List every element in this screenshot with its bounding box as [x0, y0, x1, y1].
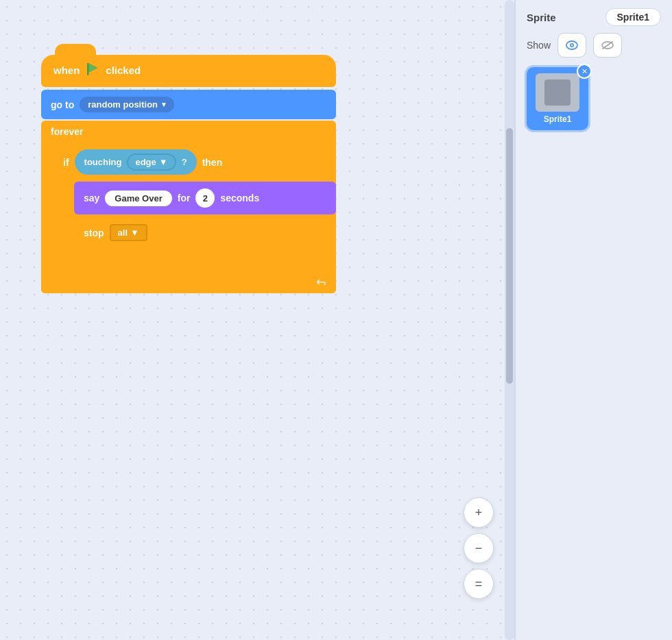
edge-dropdown[interactable]: edge ▼ — [127, 153, 176, 171]
seconds-label: seconds — [220, 193, 259, 204]
svg-point-4 — [571, 45, 573, 46]
zoom-fit-button[interactable]: = — [464, 569, 494, 599]
say-text-input[interactable]: Game Over — [105, 190, 171, 206]
show-row: Show — [524, 33, 664, 58]
svg-marker-0 — [88, 63, 97, 73]
forever-footer: ↩ — [41, 274, 336, 293]
sprite-card-name: Sprite1 — [544, 114, 572, 124]
forever-header: forever — [41, 121, 336, 141]
right-sidebar: Sprite Sprite1 Show ✕ Sprit — [514, 0, 672, 640]
sprite-label: Sprite — [527, 12, 556, 23]
sprite-card-sprite1[interactable]: ✕ Sprite1 — [527, 67, 588, 130]
goto-label: go to — [51, 99, 74, 110]
show-visible-button[interactable] — [557, 33, 586, 58]
say-seconds-value[interactable]: 2 — [195, 188, 215, 208]
if-condition[interactable]: touching edge ▼ ? — [75, 149, 197, 175]
if-then-body: say Game Over for 2 seconds — [74, 180, 336, 269]
sprite-delete-button[interactable]: ✕ — [577, 64, 592, 79]
green-flag-icon — [85, 62, 100, 79]
svg-rect-1 — [87, 63, 89, 75]
if-then-header: if touching edge ▼ ? then — [55, 144, 336, 180]
stop-dropdown[interactable]: all ▼ — [110, 224, 147, 241]
goto-dropdown[interactable]: random position ▼ — [80, 97, 174, 112]
for-label: for — [178, 193, 191, 204]
stop-block[interactable]: stop all ▼ — [74, 217, 336, 248]
goto-block[interactable]: go to random position ▼ — [41, 90, 336, 119]
canvas-area: when clicked go to random position ▼ for… — [0, 0, 514, 640]
sprite-thumb-area: ✕ Sprite1 — [524, 64, 664, 632]
canvas-scrollbar-thumb[interactable] — [506, 128, 513, 384]
clicked-label: clicked — [106, 64, 141, 76]
say-label: say — [84, 193, 99, 204]
stop-dropdown-arrow: ▼ — [130, 227, 139, 238]
then-label: then — [202, 157, 223, 168]
if-label: if — [63, 157, 69, 168]
sprite-thumb-graphic — [544, 79, 571, 106]
question-mark: ? — [182, 157, 187, 167]
canvas-scrollbar[interactable] — [505, 0, 514, 640]
sprite-label-row: Sprite Sprite1 — [524, 8, 664, 26]
sprite-thumbnail — [536, 73, 579, 112]
forever-body: if touching edge ▼ ? then — [55, 141, 336, 274]
forever-block: forever if touching edge ▼ ? — [41, 121, 336, 293]
touching-label: touching — [84, 157, 122, 167]
blocks-container: when clicked go to random position ▼ for… — [41, 55, 336, 293]
say-block[interactable]: say Game Over for 2 seconds — [74, 182, 336, 214]
loop-arrow-icon: ↩ — [316, 275, 326, 290]
when-label: when — [53, 64, 80, 76]
hat-block[interactable]: when clicked — [41, 55, 336, 87]
zoom-in-button[interactable]: + — [464, 497, 494, 528]
goto-dropdown-arrow: ▼ — [160, 101, 167, 108]
show-label: Show — [527, 40, 551, 51]
zoom-out-button[interactable]: − — [464, 533, 494, 563]
show-hidden-button[interactable] — [593, 33, 622, 58]
zoom-controls: + − = — [464, 497, 494, 599]
stop-label: stop — [84, 227, 104, 238]
if-spacer — [74, 251, 336, 266]
if-then-block: if touching edge ▼ ? then — [55, 144, 336, 269]
edge-dropdown-arrow: ▼ — [159, 157, 168, 167]
sprite-name-tag[interactable]: Sprite1 — [605, 8, 661, 26]
